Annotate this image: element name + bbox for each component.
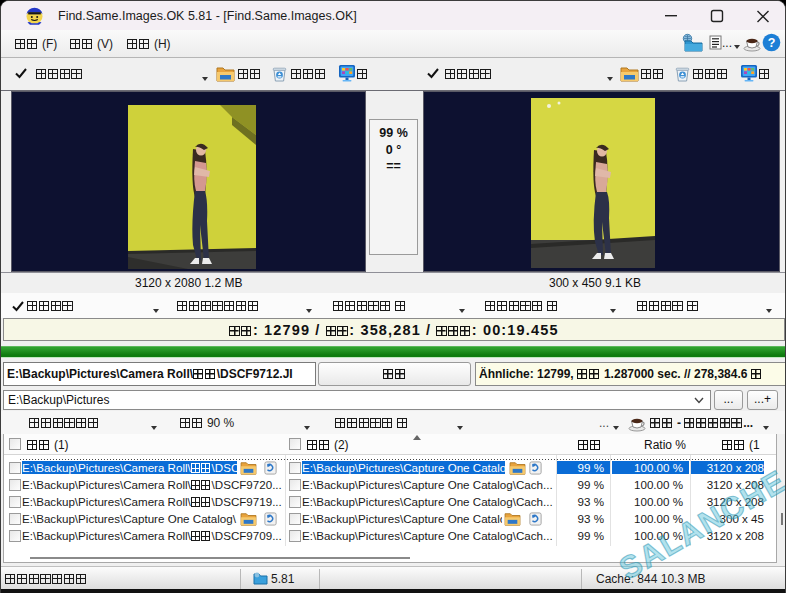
- svg-text:?: ?: [768, 36, 776, 50]
